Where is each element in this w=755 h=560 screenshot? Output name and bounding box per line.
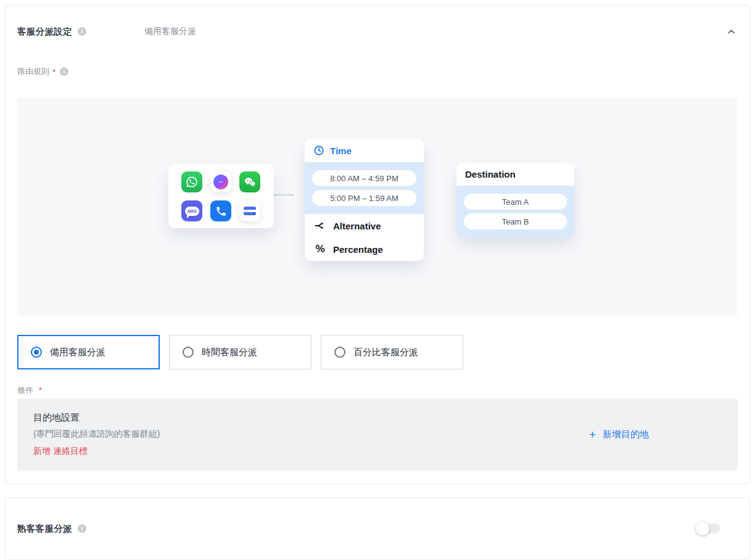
condition-label: 條件 * xyxy=(17,385,738,396)
messenger-icon xyxy=(210,171,231,192)
time-card-header: Time xyxy=(305,139,424,162)
panel-header: 客服分派設定 i 備用客服分派 xyxy=(17,25,738,38)
assignment-settings-panel: 客服分派設定 i 備用客服分派 路由規則 * i xyxy=(5,5,750,484)
time-slots-band: 8:00 AM – 4:59 PM 5:00 PM – 1:59 AM xyxy=(305,162,424,214)
settings-page: 客服分派設定 i 備用客服分派 路由規則 * i xyxy=(0,0,755,560)
returning-panel-title: 熟客客服分派 xyxy=(17,523,72,535)
radio-unselected-icon[interactable] xyxy=(183,347,194,358)
whatsapp-icon xyxy=(181,171,202,192)
channels-card: SMS xyxy=(168,164,274,228)
time-slot: 5:00 PM – 1:59 AM xyxy=(312,190,416,206)
plus-icon: + xyxy=(589,429,596,440)
percent-icon: % xyxy=(314,243,326,255)
alternative-label: Alternative xyxy=(333,221,381,231)
destination-card: Destination Team A Team B xyxy=(456,163,574,237)
percentage-row: % Percentage xyxy=(305,237,424,261)
team-pill: Team A xyxy=(464,194,567,210)
info-icon[interactable]: i xyxy=(78,524,86,533)
webchat-icon xyxy=(239,200,260,221)
percentage-label: Percentage xyxy=(333,244,383,255)
chevron-up-icon xyxy=(727,27,736,36)
sms-icon: SMS xyxy=(181,200,202,221)
collapsed-value-label: 備用客服分派 xyxy=(144,26,196,37)
option-fallback-assignment[interactable]: 備用客服分派 xyxy=(17,335,160,369)
connector-dotted-line xyxy=(274,194,294,196)
add-destination-label: 新增目的地 xyxy=(603,429,649,440)
radio-selected-icon[interactable] xyxy=(31,347,42,358)
clock-icon xyxy=(313,145,324,156)
add-contact-target-link[interactable]: 新增 連絡目標 xyxy=(33,446,160,457)
option-time-assignment[interactable]: 時間客服分派 xyxy=(169,335,311,369)
routing-diagram: SMS Time xyxy=(17,97,738,316)
routing-rule-label: 路由規則 * i xyxy=(17,66,738,77)
add-destination-button[interactable]: + 新增目的地 xyxy=(589,429,649,440)
required-asterisk: * xyxy=(52,67,56,76)
teams-band: Team A Team B xyxy=(456,186,574,237)
alternative-row: Alternative xyxy=(305,214,424,237)
info-icon[interactable]: i xyxy=(60,67,68,76)
time-card: Time 8:00 AM – 4:59 PM 5:00 PM – 1:59 AM… xyxy=(305,139,424,261)
panel-title: 客服分派設定 xyxy=(17,26,72,38)
info-icon[interactable]: i xyxy=(78,27,86,36)
returning-customer-panel: 熟客客服分派 i xyxy=(5,497,750,560)
panel-title-box: 客服分派設定 i xyxy=(17,26,144,38)
team-pill: Team B xyxy=(464,213,567,229)
alternative-branch-icon xyxy=(314,220,326,232)
option-percentage-assignment[interactable]: 百分比客服分派 xyxy=(321,335,463,369)
condition-panel: 目的地設置 (專門回覆此頻道諮詢的客服群組) 新增 連絡目標 + 新增目的地 xyxy=(17,398,738,471)
destination-settings-description: (專門回覆此頻道諮詢的客服群組) xyxy=(33,429,160,440)
destination-settings-title: 目的地設置 xyxy=(33,412,160,424)
wechat-icon xyxy=(239,171,260,192)
phone-icon xyxy=(210,200,231,221)
assignment-type-options: 備用客服分派 時間客服分派 百分比客服分派 xyxy=(17,335,738,369)
radio-unselected-icon[interactable] xyxy=(334,347,345,358)
toggle-knob[interactable] xyxy=(696,522,709,535)
time-card-title: Time xyxy=(330,146,352,156)
destination-card-title: Destination xyxy=(456,163,574,186)
returning-assignment-toggle[interactable] xyxy=(696,522,720,535)
required-asterisk: * xyxy=(39,385,42,395)
collapse-button[interactable] xyxy=(724,25,738,38)
destination-settings-block: 目的地設置 (專門回覆此頻道諮詢的客服群組) 新增 連絡目標 xyxy=(33,412,160,457)
time-slot: 8:00 AM – 4:59 PM xyxy=(312,170,416,186)
